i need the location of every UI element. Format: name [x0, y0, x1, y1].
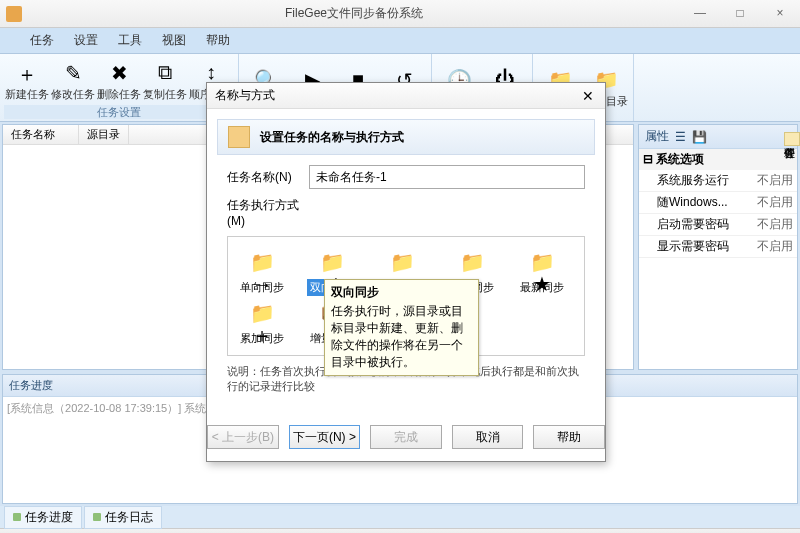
menu-settings[interactable]: 设置: [74, 32, 98, 49]
update-sync-icon: 📁★: [524, 251, 560, 277]
oneway-sync-option[interactable]: 📁→单向同步: [236, 251, 288, 296]
delete-task-button[interactable]: ✖删除任务: [96, 56, 142, 105]
task-name-input[interactable]: [309, 165, 585, 189]
tooltip-title: 双向同步: [331, 284, 472, 301]
help-button[interactable]: 帮助: [533, 425, 605, 449]
close-button[interactable]: ×: [760, 2, 800, 26]
task-name-label: 任务名称(N): [227, 169, 299, 186]
col-source[interactable]: 源目录: [79, 125, 129, 144]
props-list-icon[interactable]: ☰: [675, 130, 686, 144]
copy-task-icon: ⧉: [153, 61, 177, 85]
maximize-button[interactable]: □: [720, 2, 760, 26]
edit-task-button[interactable]: ✎修改任务: [50, 56, 96, 105]
mode-label: 任务执行方式(M): [227, 197, 299, 228]
tab-progress[interactable]: 任务进度: [4, 506, 82, 529]
minimize-button[interactable]: —: [680, 2, 720, 26]
name-mode-dialog: 名称与方式✕ 设置任务的名称与执行方式 任务名称(N) 任务执行方式(M) 📁→…: [206, 82, 606, 462]
tab-log[interactable]: 任务日志: [84, 506, 162, 529]
edit-task-icon: ✎: [61, 61, 85, 85]
cancel-button[interactable]: 取消: [452, 425, 524, 449]
menu-view[interactable]: 视图: [162, 32, 186, 49]
dialog-close-icon[interactable]: ✕: [579, 88, 597, 104]
copy-task-button[interactable]: ⧉复制任务: [142, 56, 188, 105]
dialog-title: 名称与方式: [215, 87, 579, 104]
app-icon: [6, 6, 22, 22]
new-task-button[interactable]: ＋新建任务: [4, 56, 50, 105]
oneway-sync-icon: 📁→: [244, 251, 280, 277]
bottom-tabs: 任务进度 任务日志: [0, 506, 800, 528]
prop-row[interactable]: 显示需要密码不启用: [639, 236, 797, 258]
delete-task-icon: ✖: [107, 61, 131, 85]
menu-bar: 任务 设置 工具 视图 帮助: [0, 28, 800, 54]
mirror-sync-icon: 📁≡: [384, 251, 420, 277]
status-bar: 本次开启已稳定运行 0天00小时05分钟28秒: [0, 528, 800, 533]
dialog-header-icon: [228, 126, 250, 148]
prev-button: < 上一步(B): [207, 425, 279, 449]
mode-tooltip: 双向同步 任务执行时，源目录或目标目录中新建、更新、删除文件的操作将在另一个目录…: [324, 279, 479, 376]
next-button[interactable]: 下一页(N) >: [289, 425, 361, 449]
side-tab[interactable]: 任务管理: [784, 132, 800, 146]
properties-title: 属性: [645, 128, 669, 145]
menu-task[interactable]: 任务: [30, 32, 54, 49]
tooltip-body: 任务执行时，源目录或目标目录中新建、更新、删除文件的操作将在另一个目录中被执行。: [331, 303, 472, 371]
prop-row[interactable]: 启动需要密码不启用: [639, 214, 797, 236]
menu-tools[interactable]: 工具: [118, 32, 142, 49]
new-task-icon: ＋: [15, 61, 39, 85]
prop-row[interactable]: 随Windows...不启用: [639, 192, 797, 214]
update-sync-option[interactable]: 📁★最新同步: [516, 251, 568, 296]
accum-sync-icon: 📁＋: [244, 302, 280, 328]
properties-panel: 属性☰💾 ⊟ 系统选项系统服务运行不启用随Windows...不启用启动需要密码…: [638, 124, 798, 370]
twoway-sync-icon: 📁⇄: [314, 251, 350, 277]
menu-help[interactable]: 帮助: [206, 32, 230, 49]
props-save-icon[interactable]: 💾: [692, 130, 707, 144]
title-bar: FileGee文件同步备份系统 — □ ×: [0, 0, 800, 28]
finish-button: 完成: [370, 425, 442, 449]
dialog-header-text: 设置任务的名称与执行方式: [260, 129, 404, 146]
accum-sync-option[interactable]: 📁＋累加同步: [236, 302, 288, 347]
col-task-name[interactable]: 任务名称: [3, 125, 79, 144]
prop-row[interactable]: 系统服务运行不启用: [639, 170, 797, 192]
app-title: FileGee文件同步备份系统: [28, 5, 680, 22]
move-sync-icon: 📁↪: [454, 251, 490, 277]
